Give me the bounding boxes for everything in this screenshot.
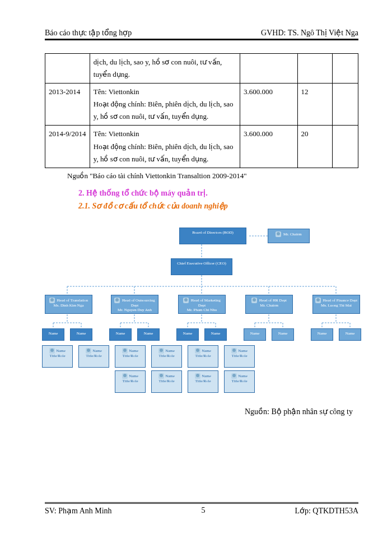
cell-period <box>45 54 90 84</box>
chart-source: Nguồn: Bộ phận nhân sự công ty <box>45 407 353 416</box>
table-source: Nguồn "Báo cáo tài chính Viettonkin Tran… <box>67 171 358 180</box>
table-row: 2014-9/2014 Tên: ViettonkinHoạt động chí… <box>45 126 358 168</box>
org-leaf-node: NameTitle/Role <box>42 345 73 368</box>
org-dept-name: Ms. Dinh Kim Nga <box>53 303 83 308</box>
org-sub-node: Name <box>137 328 160 341</box>
cell-amount: 3.600.000 <box>240 126 297 168</box>
org-sub-node: Name <box>109 328 132 341</box>
org-leaf-node: NameTitle/Role <box>151 370 182 393</box>
person-icon <box>158 348 164 354</box>
org-leaf-node: NameTitle/Role <box>224 370 255 393</box>
person-icon <box>49 348 55 354</box>
org-dept-head: Head of Marketing Dept <box>191 298 221 307</box>
org-node-dept: Head of Marketing Dept Mr. Pham Chi Nhu <box>178 295 226 314</box>
cell-period: 2014-9/2014 <box>45 126 90 168</box>
cell-desc: Tên: ViettonkinHoạt động chính: Biên, ph… <box>90 84 240 126</box>
org-leaf-node: NameTitle/Role <box>115 370 146 393</box>
org-sub-node: Name <box>244 328 266 341</box>
cell-count <box>297 54 333 84</box>
cell-amount: 3.600.000 <box>240 84 297 126</box>
person-icon <box>183 298 189 303</box>
org-node-dept: Head of Outsourcing Dept Mr. Nguyen Duy … <box>111 295 158 314</box>
table-row: 2013-2014 Tên: ViettonkinHoạt động chính… <box>45 84 358 126</box>
cell-count: 12 <box>297 84 333 126</box>
org-sub-node: Name <box>70 328 92 341</box>
org-leaf-node: NameTitle/Role <box>188 345 218 368</box>
org-leaf-node: NameTitle/Role <box>78 345 109 368</box>
person-icon <box>86 348 91 354</box>
cell-desc: Tên: ViettonkinHoạt động chính: Biên, ph… <box>90 126 240 168</box>
cell-count: 20 <box>297 126 333 168</box>
person-icon <box>195 348 200 354</box>
footer-page-number: 5 <box>202 506 206 516</box>
org-sub-node: Name <box>176 328 199 341</box>
org-node-chairman: Mr. Chairm <box>268 229 310 243</box>
person-icon <box>231 348 237 354</box>
org-dept-head: Head of HR Dept <box>259 298 287 302</box>
cell-extra <box>333 126 358 168</box>
org-sub-node: Name <box>311 328 333 341</box>
cell-desc: dịch, du lịch, sao y, hồ sơ con nuôi, tư… <box>90 54 240 84</box>
person-icon <box>122 348 128 354</box>
org-node-dept: Head of HR Dept Mr. Chairm <box>245 295 293 314</box>
org-node-dept: Head of Finance Dept Ms. Luong Thi Mai <box>312 295 360 314</box>
page-header: Báo cáo thực tập tổng hợp GVHD: TS. Ngô … <box>45 28 358 40</box>
org-sub-node: Name <box>42 328 64 341</box>
org-leaf-node: NameTitle/Role <box>188 370 218 393</box>
footer-right: Lớp: QTKDTH53A <box>295 506 358 516</box>
main-table: dịch, du lịch, sao y, hồ sơ con nuôi, tư… <box>45 53 358 168</box>
org-dept-head: Head of Finance Dept <box>323 298 358 302</box>
heading-2: 2. Hệ thống tổ chức bộ máy quản trị. <box>78 188 358 198</box>
org-node-ceo: Chief Executive Officer (CEO) <box>171 258 232 275</box>
person-icon <box>114 298 120 303</box>
person-icon <box>231 373 237 379</box>
org-chart: Board of Directors (BOD) Mr. Chairm Chie… <box>45 222 358 401</box>
person-icon <box>315 298 321 303</box>
person-icon <box>251 298 257 303</box>
org-chairman-label: Mr. Chairm <box>283 231 302 236</box>
cell-amount <box>240 54 297 84</box>
org-dept-name: Mr. Nguyen Duy Anh <box>118 308 152 312</box>
org-board-label: Board of Directors (BOD) <box>192 230 234 235</box>
header-left: Báo cáo thực tập tổng hợp <box>45 28 132 38</box>
org-leaf-node: NameTitle/Role <box>115 345 146 368</box>
person-icon <box>195 373 200 379</box>
org-sub-node: Name <box>339 328 361 341</box>
header-right: GVHD: TS. Ngô Thị Việt Nga <box>261 28 358 38</box>
cell-extra <box>333 54 358 84</box>
org-dept-name: Ms. Luong Thi Mai <box>321 303 352 308</box>
person-icon <box>158 373 164 379</box>
person-icon <box>122 373 128 379</box>
org-sub-node: Name <box>272 328 294 341</box>
org-leaf-node: NameTitle/Role <box>224 345 255 368</box>
org-dept-name: Mr. Chairm <box>260 303 278 308</box>
person-icon <box>49 298 55 303</box>
cell-period: 2013-2014 <box>45 84 90 126</box>
page-footer: SV: Phạm Anh Minh 5 Lớp: QTKDTH53A <box>45 503 358 516</box>
org-node-dept: Head of Translation Ms. Dinh Kim Nga <box>45 295 92 314</box>
org-dept-name: Mr. Pham Chi Nhu <box>187 308 217 312</box>
heading-2-1: 2.1. Sơ đồ cơ cấu tổ chức của doanh nghi… <box>78 201 358 211</box>
org-leaf-node: NameTitle/Role <box>151 345 182 368</box>
org-sub-node: Name <box>204 328 227 341</box>
org-dept-head: Head of Translation <box>57 298 88 302</box>
footer-left: SV: Phạm Anh Minh <box>45 506 112 516</box>
org-ceo-label: Chief Executive Officer (CEO) <box>177 261 226 266</box>
cell-extra <box>333 84 358 126</box>
org-dept-head: Head of Outsourcing Dept <box>122 298 155 307</box>
person-icon <box>276 231 281 237</box>
org-node-board: Board of Directors (BOD) <box>179 228 246 244</box>
table-row: dịch, du lịch, sao y, hồ sơ con nuôi, tư… <box>45 54 358 84</box>
